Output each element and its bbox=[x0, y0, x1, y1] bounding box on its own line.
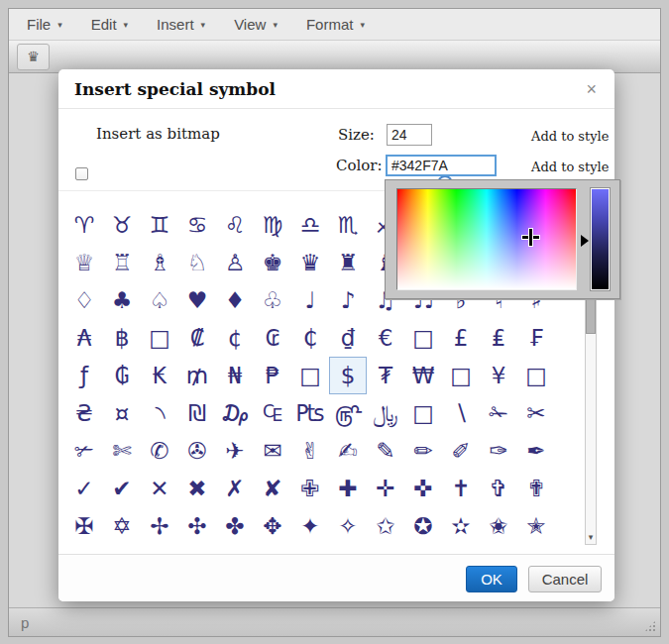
symbol-cell[interactable]: ♎ bbox=[291, 206, 329, 244]
symbol-cell[interactable]: ♌ bbox=[216, 206, 254, 244]
symbol-cell[interactable]: ✌ bbox=[291, 432, 329, 470]
symbol-cell[interactable]: ∖ bbox=[442, 394, 480, 432]
symbol-cell[interactable]: ♤ bbox=[141, 281, 178, 319]
resize-grip[interactable] bbox=[644, 620, 656, 632]
symbol-cell[interactable]: □ bbox=[442, 357, 480, 394]
symbol-cell[interactable]: ₵ bbox=[291, 319, 329, 357]
close-icon[interactable]: × bbox=[586, 80, 597, 98]
symbol-cell[interactable]: ✑ bbox=[480, 432, 517, 470]
symbol-cell[interactable]: ✇ bbox=[178, 432, 216, 470]
symbol-cell[interactable]: ✜ bbox=[404, 470, 442, 507]
symbol-cell[interactable]: ♏ bbox=[329, 206, 367, 244]
symbol-cell[interactable]: ✦ bbox=[291, 507, 329, 545]
menu-view[interactable]: View ▾ bbox=[234, 16, 278, 33]
symbol-cell[interactable]: ✠ bbox=[65, 507, 103, 545]
symbol-cell[interactable]: ✥ bbox=[254, 507, 291, 545]
symbol-cell[interactable]: ₭ bbox=[141, 357, 178, 394]
symbol-cell[interactable]: ✔ bbox=[103, 470, 141, 507]
symbol-cell[interactable]: ♜ bbox=[329, 244, 367, 281]
symbol-cell[interactable]: ✤ bbox=[216, 507, 254, 545]
symbol-cell[interactable]: ♙ bbox=[216, 244, 254, 281]
symbol-cell[interactable]: ♗ bbox=[141, 244, 178, 281]
symbol-cell[interactable]: ✆ bbox=[141, 432, 178, 470]
symbol-cell[interactable]: ₦ bbox=[216, 357, 254, 394]
symbol-cell[interactable]: ₩ bbox=[404, 357, 442, 394]
symbol-cell[interactable]: ♕ bbox=[65, 244, 103, 281]
symbol-cell[interactable]: ✗ bbox=[216, 470, 254, 507]
symbol-cell[interactable]: ✄ bbox=[103, 432, 141, 470]
symbol-cell[interactable]: □ bbox=[291, 357, 329, 394]
symbol-cell[interactable]: ✂ bbox=[517, 394, 555, 432]
symbol-cell[interactable]: ✁ bbox=[480, 394, 517, 432]
slider-marker-icon[interactable] bbox=[581, 235, 589, 247]
symbol-cell[interactable]: ✙ bbox=[291, 470, 329, 507]
symbol-cell[interactable]: ₣ bbox=[517, 319, 555, 357]
symbol-cell[interactable]: ₥ bbox=[178, 357, 216, 394]
symbol-cell[interactable]: € bbox=[367, 319, 404, 357]
symbol-cell[interactable]: ﷼ bbox=[367, 394, 404, 432]
symbol-cell[interactable]: $ bbox=[329, 357, 367, 394]
symbol-cell[interactable]: ₤ bbox=[480, 319, 517, 357]
menu-insert[interactable]: Insert ▾ bbox=[157, 16, 205, 33]
symbol-cell[interactable]: ♈ bbox=[65, 206, 103, 244]
symbol-cell[interactable]: ♩ bbox=[291, 281, 329, 319]
symbol-cell[interactable]: ♦ bbox=[216, 281, 254, 319]
cancel-button[interactable]: Cancel bbox=[528, 566, 602, 592]
symbol-cell[interactable]: ₠ bbox=[254, 394, 291, 432]
symbol-cell[interactable]: ✟ bbox=[517, 470, 555, 507]
menu-edit[interactable]: Edit ▾ bbox=[91, 16, 128, 33]
symbol-cell[interactable]: ♋ bbox=[178, 206, 216, 244]
symbol-cell[interactable]: ✃ bbox=[65, 432, 103, 470]
symbol-cell[interactable]: ¥ bbox=[480, 357, 517, 394]
symbol-cell[interactable]: ₫ bbox=[329, 319, 367, 357]
symbol-cell[interactable]: □ bbox=[404, 394, 442, 432]
symbol-cell[interactable]: ₲ bbox=[103, 357, 141, 394]
symbol-cell[interactable]: ✘ bbox=[254, 470, 291, 507]
symbol-cell[interactable]: ¢ bbox=[216, 319, 254, 357]
symbol-cell[interactable]: £ bbox=[442, 319, 480, 357]
ok-button[interactable]: OK bbox=[466, 566, 517, 592]
symbol-cell[interactable]: ✬ bbox=[480, 507, 517, 545]
symbol-cell[interactable]: ♊ bbox=[141, 206, 178, 244]
symbol-cell[interactable]: ✛ bbox=[367, 470, 404, 507]
symbol-cell[interactable]: ৲ bbox=[141, 394, 178, 432]
size-input[interactable] bbox=[387, 124, 432, 146]
symbol-cell[interactable]: ♖ bbox=[103, 244, 141, 281]
symbol-cell[interactable]: ✭ bbox=[517, 507, 555, 545]
symbol-cell[interactable]: ♚ bbox=[254, 244, 291, 281]
symbol-cell[interactable]: ✍ bbox=[329, 432, 367, 470]
symbol-cell[interactable]: ✐ bbox=[442, 432, 480, 470]
symbol-cell[interactable]: ✖ bbox=[178, 470, 216, 507]
symbol-cell[interactable]: ௹ bbox=[329, 394, 367, 432]
symbol-cell[interactable]: ♛ bbox=[291, 244, 329, 281]
symbol-cell[interactable]: ♥ bbox=[178, 281, 216, 319]
symbol-cell[interactable]: ♉ bbox=[103, 206, 141, 244]
symbol-cell[interactable]: ✉ bbox=[254, 432, 291, 470]
symbol-cell[interactable]: ✓ bbox=[65, 470, 103, 507]
symbol-cell[interactable]: ✪ bbox=[404, 507, 442, 545]
symbol-cell[interactable]: ♢ bbox=[65, 281, 103, 319]
symbol-cell[interactable]: ƒ bbox=[65, 357, 103, 394]
menu-format[interactable]: Format ▾ bbox=[306, 16, 365, 33]
symbol-cell[interactable]: ✚ bbox=[329, 470, 367, 507]
symbol-cell[interactable]: ✞ bbox=[480, 470, 517, 507]
color-cursor-crosshair-icon[interactable] bbox=[522, 229, 539, 246]
symbol-cell[interactable]: ✒ bbox=[517, 432, 555, 470]
symbol-cell[interactable]: ♣ bbox=[103, 281, 141, 319]
symbol-cell[interactable]: ✧ bbox=[329, 507, 367, 545]
color-input[interactable] bbox=[386, 155, 497, 176]
symbol-cell[interactable]: ✩ bbox=[367, 507, 404, 545]
brightness-slider[interactable] bbox=[591, 188, 610, 290]
symbol-cell[interactable]: ₴ bbox=[65, 394, 103, 432]
symbol-cell[interactable]: ✝ bbox=[442, 470, 480, 507]
menu-file[interactable]: File ▾ bbox=[27, 16, 62, 33]
symbol-cell[interactable]: ₮ bbox=[367, 357, 404, 394]
scroll-down-icon[interactable]: ▾ bbox=[586, 532, 596, 542]
symbol-cell[interactable]: ✈ bbox=[216, 432, 254, 470]
symbol-cell[interactable]: ✏ bbox=[404, 432, 442, 470]
symbol-cell[interactable]: ✎ bbox=[367, 432, 404, 470]
insert-as-bitmap-checkbox[interactable]: ✓ bbox=[75, 167, 88, 180]
saturation-value-area[interactable] bbox=[396, 188, 577, 290]
insert-special-symbol-button[interactable]: ♛ bbox=[17, 44, 50, 70]
symbol-cell[interactable]: ₳ bbox=[65, 319, 103, 357]
